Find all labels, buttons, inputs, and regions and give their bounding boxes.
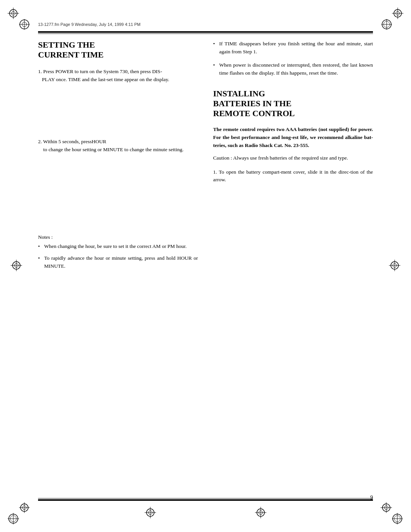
file-header: 13-1277.fm Page 9 Wednesday, July 14, 19… <box>38 22 373 27</box>
side-mark-left <box>11 260 22 273</box>
bottom-center-left-mark <box>145 507 156 520</box>
caution-label: Caution : <box>213 155 233 161</box>
note1: When changing the hour, be sure to set i… <box>38 243 198 251</box>
page: 13-1277.fm Page 9 Wednesday, July 14, 19… <box>0 0 411 532</box>
battery-step1-text: 1. To open the battery compart-ment cove… <box>213 169 373 183</box>
step2-text-b: to change the minute setting. <box>123 147 183 152</box>
step1-text-a: to turn on the System 730, then press <box>73 69 152 74</box>
right-bullet2: When power is disconnected or interrupte… <box>213 61 373 77</box>
corner-mark-bl <box>8 502 30 524</box>
right-bullet1-text-a: If <box>219 41 225 46</box>
note2-key-minute: MINUTE <box>44 263 64 269</box>
note2-text-a: To rapidly advance the hour or minute se… <box>44 255 177 261</box>
top-rules <box>38 31 373 34</box>
corner-mark-br <box>381 502 403 524</box>
note1-text: When changing the hour, be sure to set i… <box>44 243 186 249</box>
right-bullet2-text: When power is disconnected or interrupte… <box>219 62 373 76</box>
note2-text-b: or <box>192 255 198 261</box>
step1-key-time: TIME <box>68 77 81 82</box>
step1-text-c: and the last-set time appear on the disp… <box>81 77 169 82</box>
bottom-center-right-mark <box>255 507 266 520</box>
notes-label-text: Notes : <box>38 234 53 240</box>
file-header-text: 13-1277.fm Page 9 Wednesday, July 14, 19… <box>38 22 140 27</box>
right-bullet1-text-b: disappears before you finish setting the… <box>219 41 373 54</box>
caution-block: Caution : Always use fresh batteries of … <box>213 154 373 162</box>
note2-key-hour: HOUR <box>177 255 192 261</box>
bottom-rules <box>38 498 373 502</box>
rule-thick-top <box>38 31 373 33</box>
column-spacer-2 <box>38 158 198 234</box>
right-bullet1-key-time: TIME <box>225 41 237 46</box>
step2-text-a: to change the hour setting or <box>38 147 103 152</box>
step2-key-minute: MINUTE <box>103 147 123 152</box>
page-number: 9 <box>370 495 373 501</box>
step1-number: 1. Press <box>38 69 55 74</box>
note2: To rapidly advance the hour or minute se… <box>38 254 198 270</box>
two-column-layout: SETTING THECURRENT TIME 1. Press POWER t… <box>38 40 373 274</box>
batteries-intro-text: The remote control requires two AAA batt… <box>213 126 373 148</box>
battery-step1: 1. To open the battery compart-ment cove… <box>213 168 373 184</box>
notes-label: Notes : <box>38 234 198 240</box>
column-spacer-1 <box>38 88 198 138</box>
corner-mark-tr <box>381 8 403 30</box>
left-column: SETTING THECURRENT TIME 1. Press POWER t… <box>38 40 198 274</box>
step1-text-b: once. <box>55 77 68 82</box>
batteries-intro: The remote control requires two AAA batt… <box>213 126 373 150</box>
step1-key-power: POWER <box>55 69 73 74</box>
step2-left: 2. Within 5 seconds, pressHOUR to change… <box>38 138 198 154</box>
installing-batteries-heading: INSTALLINGBATTERIES IN THEREMOTE CONTROL <box>213 89 373 119</box>
step2-number: 2. Within 5 seconds, press <box>38 139 92 144</box>
right-bullet1: If TIME disappears before you finish set… <box>213 40 373 56</box>
step2-key-hour: HOUR <box>92 139 106 144</box>
step1-left: 1. Press POWER to turn on the System 730… <box>38 68 198 84</box>
side-mark-right <box>389 260 400 273</box>
caution-text-content: Always use fresh batteries of the requir… <box>233 155 348 161</box>
corner-mark-tl <box>8 8 30 30</box>
right-column: If TIME disappears before you finish set… <box>213 40 373 274</box>
rule-thin-top <box>38 34 373 34</box>
setting-time-heading: SETTING THECURRENT TIME <box>38 40 198 60</box>
main-content: SETTING THECURRENT TIME 1. Press POWER t… <box>38 40 373 494</box>
rule-thick-bottom <box>38 499 373 501</box>
note2-text-c: . <box>64 263 65 269</box>
